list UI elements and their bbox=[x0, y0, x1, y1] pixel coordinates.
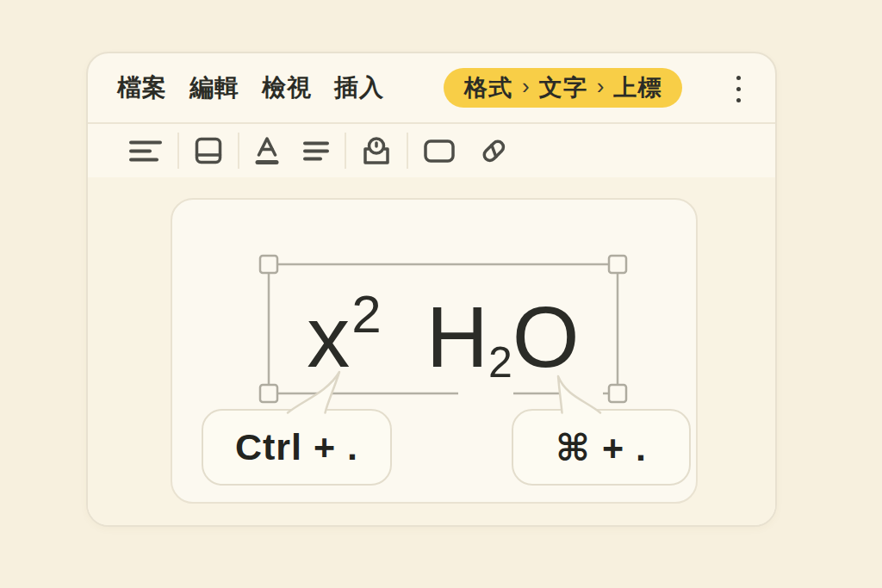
shortcut-bubble-cmd: ⌘ + . bbox=[512, 409, 691, 486]
formula-text: x 2 H 2 O bbox=[269, 264, 618, 393]
menu-item-view[interactable]: 檢視 bbox=[262, 71, 312, 104]
align-left-icon[interactable] bbox=[303, 133, 329, 168]
toolbar bbox=[88, 124, 775, 179]
breadcrumb-format-text-superscript[interactable]: 格式 › 文字 › 上標 bbox=[444, 68, 682, 108]
format-lines-icon[interactable] bbox=[129, 133, 162, 168]
formula-base-x: x bbox=[307, 294, 350, 380]
voice-input-icon[interactable] bbox=[362, 133, 391, 168]
formula-subscript-2: 2 bbox=[488, 341, 512, 384]
toolbar-divider bbox=[177, 133, 179, 169]
breadcrumb-part-text[interactable]: 文字 bbox=[539, 72, 587, 103]
breadcrumb-part-superscript[interactable]: 上標 bbox=[613, 72, 662, 103]
menu-item-file[interactable]: 檔案 bbox=[117, 71, 167, 104]
menu-bar: 檔案 編輯 檢視 插入 格式 › 文字 › 上標 bbox=[88, 53, 775, 124]
shortcut-bubble-ctrl: Ctrl + . bbox=[202, 409, 392, 486]
document-canvas: x 2 H 2 O Ctrl + . ⌘ + . bbox=[88, 177, 775, 525]
shape-icon[interactable] bbox=[424, 133, 455, 168]
document-page: x 2 H 2 O Ctrl + . ⌘ + . bbox=[171, 198, 698, 504]
formula-h: H bbox=[426, 294, 488, 380]
page-section-icon[interactable] bbox=[195, 133, 222, 168]
illustration-background: 檔案 編輯 檢視 插入 格式 › 文字 › 上標 bbox=[0, 0, 882, 588]
shortcut-label-windows: Ctrl + . bbox=[235, 426, 358, 468]
toolbar-divider bbox=[345, 133, 346, 169]
editor-window: 檔案 編輯 檢視 插入 格式 › 文字 › 上標 bbox=[86, 52, 777, 527]
breadcrumb-part-format[interactable]: 格式 bbox=[464, 72, 512, 103]
chevron-right-icon: › bbox=[522, 73, 530, 100]
menu-item-edit[interactable]: 編輯 bbox=[189, 71, 239, 104]
chevron-right-icon: › bbox=[597, 73, 605, 100]
shortcut-label-mac: ⌘ + . bbox=[556, 426, 647, 469]
formula-o: O bbox=[512, 294, 580, 380]
overflow-menu-icon[interactable] bbox=[726, 71, 750, 106]
link-icon[interactable] bbox=[479, 133, 508, 168]
menu-item-insert[interactable]: 插入 bbox=[334, 71, 384, 104]
toolbar-divider bbox=[407, 133, 408, 169]
toolbar-divider bbox=[238, 133, 239, 169]
text-color-icon[interactable] bbox=[255, 133, 279, 168]
formula-superscript-2: 2 bbox=[351, 288, 381, 341]
